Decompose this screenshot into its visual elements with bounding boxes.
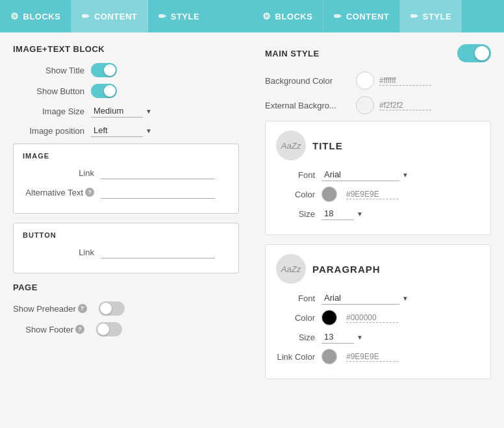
tab-style-left[interactable]: ✏ STYLE [148, 0, 210, 32]
show-preheader-toggle[interactable] [99, 301, 125, 316]
show-button-toggle[interactable] [91, 84, 117, 98]
paragraph-typo-preview: AaZz [276, 254, 306, 284]
title-size-wrap: 12131416 18202428 ▼ [321, 207, 363, 220]
main-style-toggle[interactable] [457, 44, 491, 62]
content-icon-left: ✏ [82, 11, 90, 21]
section-title-image-text: IMAGE+TEXT BLOCK [13, 44, 239, 54]
footer-help-icon[interactable]: ? [75, 325, 84, 334]
title-color-label: Color [276, 190, 315, 199]
title-typo-card: AaZz TITLE Font Arial Helvetica Times Ne… [265, 121, 491, 235]
left-panel-body: IMAGE+TEXT BLOCK Show Title Show Button … [0, 32, 252, 355]
paragraph-font-select[interactable]: Arial Helvetica Times New Roman Georgia [321, 292, 399, 305]
button-link-label: Link [23, 247, 94, 257]
title-typo-header: AaZz TITLE [276, 131, 480, 160]
paragraph-font-wrap: Arial Helvetica Times New Roman Georgia … [321, 292, 409, 305]
style-icon-left: ✏ [158, 11, 167, 21]
show-preheader-row: Show Preheader ? [13, 301, 239, 316]
show-preheader-label: Show Preheader ? [13, 304, 87, 314]
show-title-label: Show Title [13, 66, 84, 75]
title-color-row: Color #9E9E9E [276, 186, 480, 202]
paragraph-link-color-row: Link Color #9E9E9E [276, 349, 480, 364]
show-title-thumb [104, 64, 116, 76]
paragraph-color-value[interactable]: #000000 [346, 313, 398, 323]
paragraph-font-label: Font [276, 294, 315, 303]
main-style-title: MAIN STYLE [265, 49, 320, 58]
image-position-row: Image position Left Right Center ▼ [13, 124, 239, 137]
paragraph-font-arrow-icon: ▼ [402, 295, 409, 302]
paragraph-size-wrap: 101112 131416 ▼ [321, 331, 363, 344]
title-font-arrow-icon: ▼ [402, 171, 409, 179]
page-section: PAGE Show Preheader ? Show Footer ? [13, 283, 239, 336]
tab-blocks-left[interactable]: ⚙ BLOCKS [0, 0, 71, 32]
button-link-input[interactable] [101, 245, 215, 258]
image-size-wrap: Small Medium Large ▼ [91, 105, 152, 118]
background-color-label: Background Color [265, 76, 356, 86]
alt-text-row: Alternative Text ? [23, 186, 229, 199]
show-button-track [91, 84, 117, 98]
alt-text-help-icon[interactable]: ? [85, 188, 94, 197]
title-size-row: Size 12131416 18202428 ▼ [276, 207, 480, 220]
title-typo-title: TITLE [312, 140, 343, 151]
image-position-select[interactable]: Left Right Center [91, 124, 143, 137]
show-footer-track [96, 322, 122, 336]
title-font-row: Font Arial Helvetica Times New Roman Geo… [276, 168, 480, 181]
show-button-thumb [104, 85, 116, 97]
paragraph-link-color-swatch[interactable] [321, 349, 337, 364]
paragraph-color-swatch[interactable] [321, 310, 337, 325]
show-title-toggle[interactable] [91, 63, 117, 77]
tab-blocks-right[interactable]: ⚙ BLOCKS [252, 0, 323, 32]
image-link-label: Link [23, 168, 94, 178]
show-button-label: Show Button [13, 86, 84, 96]
title-size-select[interactable]: 12131416 18202428 [321, 207, 354, 220]
tab-content-right[interactable]: ✏ CONTENT [323, 0, 400, 32]
paragraph-size-row: Size 101112 131416 ▼ [276, 331, 480, 344]
show-footer-label: Show Footer ? [13, 325, 84, 334]
show-button-row: Show Button [13, 84, 239, 98]
paragraph-typo-title: PARAGRAPH [312, 264, 381, 275]
preheader-help-icon[interactable]: ? [78, 304, 87, 313]
image-link-input[interactable] [101, 166, 215, 179]
background-color-value[interactable]: #ffffff [379, 76, 431, 86]
title-font-label: Font [276, 170, 315, 180]
image-size-row: Image Size Small Medium Large ▼ [13, 105, 239, 118]
left-panel: ⚙ BLOCKS ✏ CONTENT ✏ STYLE IMAGE+TEXT BL… [0, 0, 252, 428]
image-size-select[interactable]: Small Medium Large [91, 105, 143, 118]
paragraph-size-select[interactable]: 101112 131416 [321, 331, 354, 344]
right-tab-bar: ⚙ BLOCKS ✏ CONTENT ✏ STYLE [252, 0, 504, 32]
title-font-select[interactable]: Arial Helvetica Times New Roman Georgia [321, 168, 399, 181]
external-background-row: External Backgro... #f2f2f2 [265, 96, 491, 114]
paragraph-font-row: Font Arial Helvetica Times New Roman Geo… [276, 292, 480, 305]
external-background-swatch[interactable] [356, 96, 374, 114]
alt-text-input[interactable] [101, 186, 215, 199]
title-size-label: Size [276, 209, 315, 219]
show-footer-thumb [97, 323, 109, 335]
show-title-track [91, 63, 117, 77]
title-size-arrow-icon: ▼ [357, 210, 363, 218]
blocks-icon-left: ⚙ [10, 11, 19, 21]
title-font-wrap: Arial Helvetica Times New Roman Georgia … [321, 168, 409, 181]
style-icon-right: ✏ [410, 11, 419, 21]
background-color-row: Background Color #ffffff [265, 71, 491, 90]
paragraph-typo-header: AaZz PARAGRAPH [276, 254, 480, 284]
content-icon-right: ✏ [334, 11, 342, 21]
alt-text-label: Alternative Text ? [23, 188, 94, 197]
title-color-swatch[interactable] [321, 186, 337, 202]
tab-content-left[interactable]: ✏ CONTENT [71, 0, 148, 32]
title-typo-preview: AaZz [276, 131, 306, 160]
paragraph-typo-card: AaZz PARAGRAPH Font Arial Helvetica Time… [265, 244, 491, 379]
image-position-arrow-icon: ▼ [145, 127, 152, 134]
show-footer-row: Show Footer ? [13, 322, 239, 336]
title-color-value[interactable]: #9E9E9E [346, 190, 398, 199]
paragraph-link-color-value[interactable]: #9E9E9E [346, 352, 398, 362]
show-footer-toggle[interactable] [96, 322, 122, 336]
background-color-swatch[interactable] [356, 71, 374, 90]
image-sub-section: IMAGE Link Alternative Text ? [13, 144, 239, 214]
tab-style-right[interactable]: ✏ STYLE [400, 0, 462, 32]
left-tab-bar: ⚙ BLOCKS ✏ CONTENT ✏ STYLE [0, 0, 252, 32]
button-sub-section: BUTTON Link [13, 223, 239, 273]
image-size-arrow-icon: ▼ [145, 108, 152, 115]
image-link-row: Link [23, 166, 229, 179]
external-background-label: External Backgro... [265, 101, 356, 110]
external-background-value[interactable]: #f2f2f2 [379, 101, 431, 110]
blocks-icon-right: ⚙ [262, 11, 271, 21]
